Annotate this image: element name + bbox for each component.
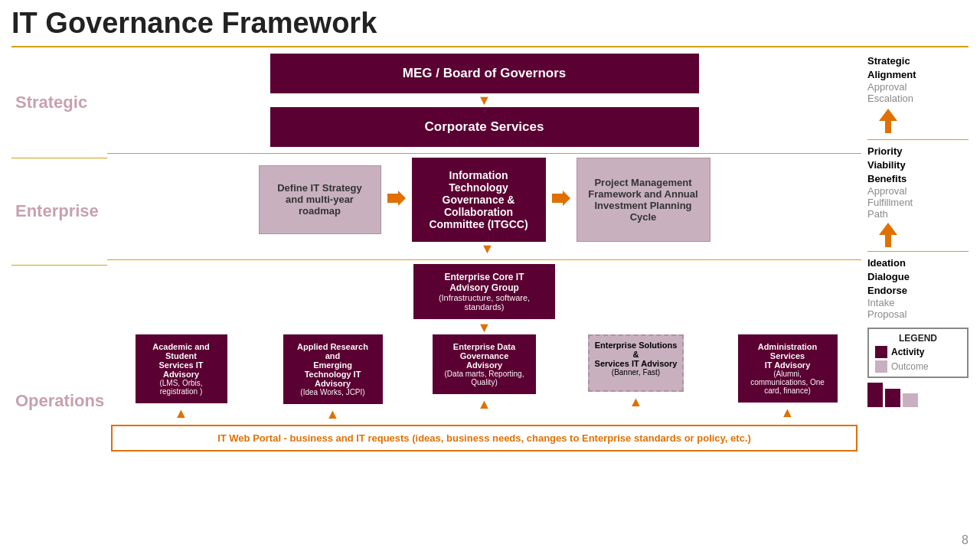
slide: IT Governance Framework Strategic Enterp… [0,0,980,551]
arrow-meg-to-corp: ▼ [107,93,861,107]
ops-box4-wrapper: Enterprise Solutions & Services IT Advis… [562,334,710,410]
data-governance-box: Enterprise Data Governance Advisory (Dat… [433,334,536,394]
legend-outcome-label: Outcome [891,361,929,372]
operations-section: Enterprise Core IT Advisory Group (Infra… [107,260,861,537]
academic-advisory-box: Academic and Student Services IT Advisor… [136,334,227,403]
corp-services-box: Corporate Services [270,107,699,147]
legend-box: LEGEND Activity Outcome [867,328,969,378]
bar2 [885,389,900,407]
arrow-itgcc-to-pmf [552,191,570,209]
operations-label-cell: Operations [11,266,107,537]
pmf-box: Project Management Framework and Annual … [577,158,710,242]
ops-box3-wrapper: Enterprise Data Governance Advisory (Dat… [410,334,558,412]
meg-box: MEG / Board of Governors [270,54,699,93]
ops-box1-wrapper: Academic and Student Services IT Advisor… [107,334,255,422]
ideation-dialogue-bold: Ideation Dialogue Endorse [867,256,969,297]
ops-box2-wrapper: Applied Research and Emerging Technology… [259,334,407,422]
svg-marker-2 [879,109,897,133]
fulfillment-text: Approval Fulfillment Path [867,185,969,220]
svg-marker-1 [552,191,570,206]
center-content: MEG / Board of Governors ▼ Corporate Ser… [107,47,861,537]
right-operations: Ideation Dialogue Endorse Intake Proposa… [867,252,969,411]
main-layout: Strategic Enterprise Operations MEG / Bo… [11,47,969,537]
arrow-strategy-to-itgcc [387,191,406,209]
legend-outcome-row: Outcome [875,360,961,373]
arrow-box2-up: ▲ [326,407,340,421]
legend-activity-label: Activity [891,347,924,357]
ops-box5-wrapper: Administration Services IT Advisory (Alu… [714,334,861,421]
arrow-box4-up: ▲ [629,395,643,409]
priority-viability-bold: Priority Viability Benefits [867,144,969,185]
left-labels: Strategic Enterprise Operations [11,47,107,537]
page-number: 8 [962,533,969,547]
arrow-itgcc-to-core: ▼ [481,242,495,256]
strategic-alignment-bold: Strategic Alignment [867,54,969,81]
itgcc-box: Information Technology Governance & Coll… [412,158,546,242]
svg-marker-3 [879,223,897,247]
enterprise-label-cell: Enterprise [11,158,107,266]
arrow-up-strategic [879,109,897,133]
operations-label: Operations [15,391,104,411]
applied-research-box: Applied Research and Emerging Technology… [283,334,383,404]
bars-decoration [867,383,969,407]
svg-marker-0 [387,191,406,206]
arrow-up-enterprise [879,223,897,247]
legend-activity-swatch [875,346,887,358]
strategic-label-cell: Strategic [11,47,107,158]
enterprise-label: Enterprise [15,201,99,221]
right-strategic: Strategic Alignment Approval Escalation [867,47,969,140]
enterprise-section: Define IT Strategy and multi-year roadma… [107,154,861,260]
intake-proposal-text: Intake Proposal [867,297,969,320]
legend-activity-row: Activity [875,346,961,358]
legend-outcome-swatch [875,360,887,373]
title: IT Governance Framework [11,8,969,40]
strategic-label: Strategic [15,93,87,112]
it-strategy-box: Define IT Strategy and multi-year roadma… [259,165,381,234]
legend-title: LEGEND [875,333,961,344]
strategic-section: MEG / Board of Governors ▼ Corporate Ser… [107,47,861,154]
approval-text: Approval Escalation [867,81,969,104]
arrow-box1-up: ▲ [175,406,188,420]
right-sidebar: Strategic Alignment Approval Escalation … [861,47,969,537]
arrow-box5-up: ▲ [781,406,795,419]
admin-services-box: Administration Services IT Advisory (Alu… [738,334,838,403]
bar3 [903,393,918,407]
core-advisory-box: Enterprise Core IT Advisory Group (Infra… [413,264,555,319]
bar1 [867,383,883,407]
arrow-core-down: ▼ [478,321,492,334]
right-enterprise: Priority Viability Benefits Approval Ful… [867,140,969,252]
portal-box: IT Web Portal - business and IT requests… [111,425,858,452]
solutions-services-box: Enterprise Solutions & Services IT Advis… [588,334,684,392]
arrow-box3-up: ▲ [478,397,492,411]
